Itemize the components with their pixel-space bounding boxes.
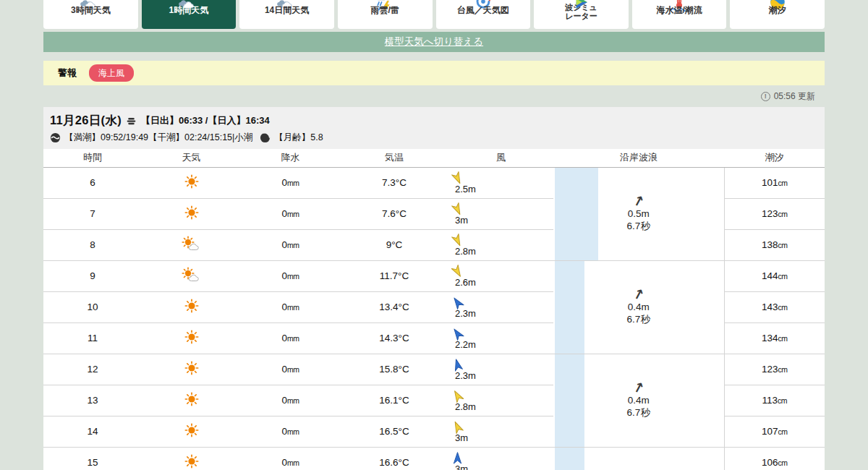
warning-badge-sea-wind[interactable]: 海上風: [89, 64, 134, 82]
tide-wave-icon: [50, 132, 61, 143]
layout-switch-bar: 横型天気へ切り替える: [43, 32, 825, 52]
sunny-icon: [184, 329, 200, 345]
tab-wavesim[interactable]: 波シミュ レーター: [534, 0, 629, 29]
tide-cell: 113cm: [724, 385, 825, 416]
wind-cell: 2.8m: [448, 229, 553, 260]
temp-cell: 14.3°C: [340, 322, 448, 354]
table-row: 120mm15.8°C2.3m↗0.4m6.7秒123cm: [43, 354, 825, 385]
temp-cell: 7.3°C: [340, 167, 448, 198]
tab-3hour[interactable]: 3時間天気: [43, 0, 138, 29]
wave-direction-icon: ↗: [631, 193, 646, 208]
tab-label: 14日間天気: [265, 6, 309, 15]
wave-cell: ↗0.5m6.7秒: [553, 167, 724, 260]
sunny-icon: [184, 298, 200, 314]
tab-label: 1時間天気: [169, 6, 209, 15]
tab-label: 潮汐: [769, 6, 786, 15]
tide-cell: 138cm: [724, 229, 825, 260]
hour-cell: 13: [43, 385, 142, 416]
info-icon: !: [761, 92, 770, 101]
weather-icon-cell: [142, 322, 241, 354]
wind-cell: 2.8m: [448, 385, 553, 416]
temp-cell: 15.8°C: [340, 354, 448, 385]
tide-times-label: 【満潮】09:52/19:49【干潮】02:24/15:15|小潮: [64, 132, 252, 144]
tab-label: 波シミュ レーター: [565, 4, 597, 20]
wave-period: 6.7秒: [627, 313, 650, 326]
weather-icon-cell: [142, 260, 241, 291]
warning-bar: 警報 海上風: [43, 61, 825, 85]
sunny-icon: [184, 422, 200, 438]
tab-label: 台風／天気図: [457, 6, 509, 15]
precip-cell: 0mm: [241, 385, 340, 416]
column-header: 時間: [43, 149, 142, 167]
hour-cell: 8: [43, 229, 142, 260]
temp-cell: 9°C: [340, 229, 448, 260]
hour-cell: 7: [43, 198, 142, 229]
wind-cell: 2.3m: [448, 354, 553, 385]
tide-cell: 134cm: [724, 322, 825, 354]
date-header: 11月26日(水) 【日出】06:33 /【日入】16:34 【満潮】09:52…: [43, 107, 825, 149]
typhoon-icon: [472, 0, 495, 4]
wave-period: 6.7秒: [627, 406, 650, 419]
temp-cell: 13.4°C: [340, 291, 448, 322]
sun-cloud-icon: [276, 0, 299, 4]
tide-cell: 123cm: [724, 198, 825, 229]
table-header-row: 時間天気降水気温風沿岸波浪潮汐: [43, 149, 825, 167]
date-label: 11月26日(水): [50, 113, 122, 129]
precip-cell: 0mm: [241, 354, 340, 385]
sunrise-icon: [126, 116, 137, 127]
moon-age-label: 【月齢】5.8: [274, 132, 323, 144]
wind-cell: 2.2m: [448, 322, 553, 354]
tab-label: 海水温/潮流: [656, 6, 702, 15]
tab-typhoon[interactable]: 台風／天気図: [436, 0, 531, 29]
wind-speed: 2.8m: [455, 247, 476, 256]
tab-1hour[interactable]: 1時間天気: [142, 0, 237, 29]
sunny-icon: [184, 391, 200, 407]
sunny-icon: [184, 174, 200, 189]
sunny-icon: [184, 360, 200, 376]
precip-cell: 0mm: [241, 260, 340, 291]
wave-direction-icon: ↗: [631, 380, 646, 395]
sunny-icon: [184, 205, 200, 221]
column-header: 降水: [241, 149, 340, 167]
column-header: 気温: [340, 149, 448, 167]
sun-cloud-icon: [177, 0, 200, 4]
wind-cell: 2.5m: [448, 167, 553, 198]
wave-cell: ↗0.4m6.7秒: [553, 260, 724, 354]
weather-icon-cell: [142, 229, 241, 260]
wind-speed: 2.5m: [455, 184, 476, 194]
hourly-forecast-table: 時間天気降水気温風沿岸波浪潮汐 60mm7.3°C2.5m↗0.5m6.7秒10…: [43, 149, 825, 470]
sun-cloud-icon: [79, 0, 102, 4]
partly-cloudy-icon: [182, 236, 201, 252]
tide-cell: 144cm: [724, 260, 825, 291]
hour-cell: 12: [43, 354, 142, 385]
tab-14day[interactable]: 14日間天気: [239, 0, 334, 29]
partly-cloudy-icon: [182, 267, 201, 283]
tab-bar: 3時間天気1時間天気14日間天気雨雲/雷台風／天気図波シミュ レーター海水温/潮…: [43, 0, 825, 29]
column-header: 風: [448, 149, 553, 167]
precip-cell: 0mm: [241, 447, 340, 470]
wind-cell: 2.6m: [448, 260, 553, 291]
update-time: 05:56 更新: [774, 90, 815, 103]
tab-tide[interactable]: 潮汐: [730, 0, 825, 29]
column-header: 天気: [142, 149, 241, 167]
precip-cell: 0mm: [241, 416, 340, 447]
hour-cell: 14: [43, 416, 142, 447]
weather-icon-cell: [142, 167, 241, 198]
wave-cell: ↗0.4m6.7秒: [553, 354, 724, 447]
tide-cell: 106cm: [724, 447, 825, 470]
rain-lightning-icon: [373, 0, 396, 4]
weather-icon-cell: [142, 447, 241, 470]
switch-to-horizontal-link[interactable]: 横型天気へ切り替える: [385, 35, 483, 48]
forecast-content: 11月26日(水) 【日出】06:33 /【日入】16:34 【満潮】09:52…: [43, 107, 825, 470]
tab-radar[interactable]: 雨雲/雷: [338, 0, 433, 29]
update-line: ! 05:56 更新: [43, 85, 825, 107]
precip-cell: 0mm: [241, 229, 340, 260]
wave-direction-icon: ↗: [631, 286, 646, 302]
column-header: 沿岸波浪: [553, 149, 724, 167]
wave-period: 6.7秒: [627, 220, 650, 233]
hour-cell: 9: [43, 260, 142, 291]
precip-cell: 0mm: [241, 291, 340, 322]
wind-cell: 3m: [448, 416, 553, 447]
tab-seatemp[interactable]: 海水温/潮流: [632, 0, 727, 29]
wind-direction-icon: [451, 451, 464, 465]
